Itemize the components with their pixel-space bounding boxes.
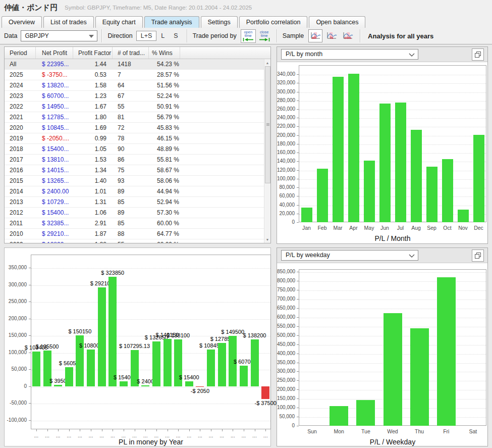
x-tick-mark [113,429,113,431]
bar [317,169,328,222]
table-cell: 28.57 % [149,71,180,78]
table-row[interactable]: 2024$ 13820...1.586451.56 % [5,80,264,91]
tab-list-of-trades[interactable]: List of trades [43,16,94,28]
month-chart-type-select[interactable]: P/L by month [281,49,418,60]
table-cell: 64.77 % [149,230,180,237]
table-row[interactable]: 2020$ 10845...1.697245.83 % [5,123,264,133]
y-tick-mark [29,420,31,421]
tab-trade-analysis[interactable]: Trade analysis [144,16,199,28]
bar-value-label: $ 15400 [179,374,199,380]
y-tick-mark [297,380,299,381]
y-tick-label: 0 [277,219,295,225]
tab-equity-chart[interactable]: Equity chart [95,16,143,28]
copy-month-chart-button[interactable] [472,48,484,61]
copy-weekday-chart-button[interactable] [472,250,484,262]
y-tick-label: 180,000 [277,141,295,146]
table-cell: $ 13265... [36,177,73,184]
table-cell: 2009 [5,241,36,243]
table-scrollbar[interactable]: ▲ ▼ [264,59,270,243]
table-row[interactable]: 2017$ 13810...1.538655.81 % [5,155,264,165]
bar-value-label: $ 105500 [36,343,59,350]
scrollbar-grip [266,123,269,126]
yearly-results-panel: Period Net Profit Profit Factor # of tra… [4,46,271,243]
column-header-period[interactable]: Period [5,47,36,59]
x-tick-mark [102,429,102,431]
y-tick-mark [297,109,299,110]
column-header-profit-factor[interactable]: Profit Factor [73,47,113,59]
y-tick-label: 160,000 [277,150,295,155]
direction-long-short-button[interactable]: L+S [136,31,157,41]
x-tick-label: Nov [458,225,468,231]
x-tick-mark [178,429,179,431]
sample-oos-button[interactable]: oos [341,29,355,42]
x-tick-mark [265,429,266,431]
table-cell: 7 [113,71,149,78]
x-tick-label: Jun [380,225,389,231]
gridline [299,162,486,162]
table-row[interactable]: 2010$ 29210...1.878864.77 % [5,229,264,239]
table-row[interactable]: 2015$ 13265...1.409358.06 % [5,176,264,186]
toolbar-separator [277,29,278,42]
gridline [299,309,486,309]
table-row[interactable]: 2018$ 15400...1.059048.89 % [5,144,264,155]
scroll-down-icon[interactable]: ▼ [264,236,270,243]
table-cell: 55 [113,103,149,110]
y-tick-mark [297,153,299,153]
table-cell: 2.91 [73,220,113,227]
table-row[interactable]: 2012$ 15400...1.068957.30 % [5,208,264,218]
table-row[interactable]: 2025$ -3750...0.53728.57 % [5,70,264,80]
y-tick-label: 300,000 [5,282,27,287]
table-row[interactable]: 2021$ 12785...1.808156.79 % [5,112,264,123]
data-symbol-select[interactable]: GBPJPY [21,30,97,41]
bar [301,208,312,222]
table-row[interactable]: 2009$ 10800...1.325560.00 % [5,239,264,243]
table-row[interactable]: 2023$ 60700...1.236752.24 % [5,91,264,102]
open-time-button[interactable]: open time [241,29,256,43]
y-tick-mark [297,344,299,345]
table-cell: 0.53 [73,71,113,78]
table-row[interactable]: 2014$ 2400.001.018944.94 % [5,186,264,197]
direction-short-button[interactable]: S [169,31,182,41]
bar [442,159,453,222]
close-time-button[interactable]: close time [257,29,272,43]
sample-all-button[interactable]: all [308,29,322,42]
weekday-chart-type-select[interactable]: P/L by weekday [281,250,418,261]
tab-settings[interactable]: Settings [201,16,238,28]
tab-open-balances[interactable]: Open balances [309,16,365,28]
bar [356,400,375,426]
y-tick-label: 400,000 [277,351,295,356]
tab-portfolio-correlation[interactable]: Portfolio correlation [239,16,308,28]
x-tick-mark [168,429,168,431]
table-cell: 56.79 % [149,114,180,121]
column-header-net-profit[interactable]: Net Profit [36,47,73,59]
table-row[interactable]: 2011$ 32385...2.918560.00 % [5,218,264,229]
bar [379,104,391,222]
direction-long-button[interactable]: L [156,31,169,41]
column-header-trades[interactable]: # of trad... [113,47,149,59]
y-tick-mark [297,214,299,214]
table-row[interactable]: 2022$ 14950...1.675550.91 % [5,102,264,112]
y-tick-label: 280,000 [277,97,295,103]
table-row[interactable]: 2016$ 14015...1.347558.67 % [5,165,264,176]
table-cell: $ 10845... [36,124,73,131]
table-cell: 60.00 % [149,241,180,243]
close-time-label: close time [258,30,270,37]
scrollbar-thumb[interactable] [265,66,270,183]
tab-overview[interactable]: Overview [2,16,42,28]
toolbar-separator [101,29,102,42]
bar [437,277,456,426]
y-tick-label: 450,000 [277,341,295,347]
y-tick-mark [29,353,31,353]
scroll-up-icon[interactable]: ▲ [264,59,270,66]
y-tick-label: 250,000 [5,298,27,304]
table-row[interactable]: All$ 22395...1.44141854.23 % [5,59,264,70]
column-header-wins[interactable]: % Wins [149,47,180,59]
table-cell: 89 [113,209,149,216]
table-row[interactable]: 2019$ -2050....0.997846.15 % [5,133,264,144]
table-cell: 1.69 [73,124,113,131]
table-row[interactable]: 2013$ 10729...1.318552.94 % [5,197,264,208]
bar [251,339,259,386]
sample-is-button[interactable]: is [324,29,339,42]
y-tick-label: 650,000 [277,305,295,311]
weekday-pl-panel: P/L by weekday 050,000100,000150,000200,… [277,247,488,446]
